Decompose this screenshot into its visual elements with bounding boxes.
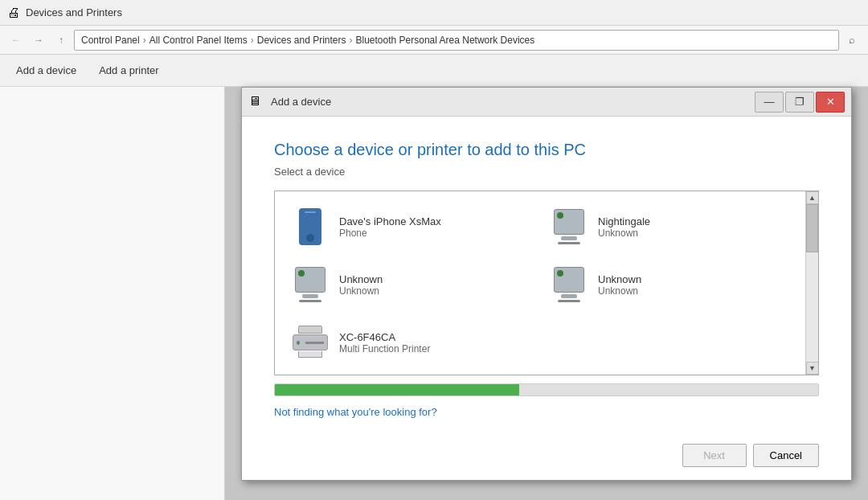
computer-icon-nightingale (553, 209, 585, 244)
device-type-unknown1: Unknown (339, 285, 530, 297)
cancel-button[interactable]: Cancel (753, 444, 819, 467)
device-name-iphone: Dave's iPhone XsMax (339, 215, 530, 227)
title-bar: 🖨 Devices and Printers (0, 0, 868, 26)
modal-minimize-button[interactable]: — (755, 92, 784, 113)
modal-title-left: 🖥 Add a device (248, 94, 331, 110)
breadcrumb: Control Panel › All Control Panel Items … (81, 35, 534, 46)
device-item-unknown2[interactable]: Unknown Unknown (540, 256, 799, 314)
next-button[interactable]: Next (682, 444, 747, 467)
device-icon-unknown1 (291, 264, 330, 305)
modal-subtext: Select a device (274, 166, 819, 178)
phone-icon (299, 208, 321, 245)
up-button[interactable]: ↑ (51, 31, 71, 50)
computer-icon-unknown2 (553, 267, 585, 302)
device-type-nightingale: Unknown (598, 227, 789, 239)
main-area: 🖥 Add a device — ❐ ✕ Choose a device or … (0, 87, 868, 500)
scrollbar-thumb[interactable] (806, 204, 818, 252)
device-name-unknown1: Unknown (339, 273, 530, 285)
bc-bluetooth: Bluetooth Personal Area Network Devices (356, 35, 535, 46)
device-item-nightingale[interactable]: Nightingale Unknown (540, 198, 799, 256)
back-button[interactable]: ← (6, 31, 26, 50)
modal-body: Choose a device or printer to add to thi… (242, 117, 851, 434)
modal-title-text: Add a device (271, 96, 331, 108)
computer-icon-unknown1 (294, 267, 326, 302)
modal-restore-button[interactable]: ❐ (785, 92, 814, 113)
add-printer-button[interactable]: Add a printer (89, 59, 168, 83)
device-type-printer: Multi Function Printer (339, 343, 530, 355)
device-item-printer[interactable]: XC-6F46CA Multi Function Printer (281, 314, 540, 371)
modal-footer: Next Cancel (242, 434, 851, 480)
modal-controls: — ❐ ✕ (755, 92, 845, 113)
device-item-iphone[interactable]: Dave's iPhone XsMax Phone (281, 198, 540, 256)
device-list-content: Dave's iPhone XsMax Phone (275, 191, 805, 375)
bc-devices-printers: Devices and Printers (257, 35, 346, 46)
modal-heading: Choose a device or printer to add to thi… (274, 141, 819, 159)
device-icon-phone (291, 206, 330, 248)
device-name-printer: XC-6F46CA (339, 331, 530, 343)
progress-bar-fill (275, 384, 519, 395)
forward-button[interactable]: → (29, 31, 48, 50)
modal-title-icon: 🖥 (248, 94, 264, 110)
add-device-dialog: 🖥 Add a device — ❐ ✕ Choose a device or … (241, 87, 852, 481)
modal-titlebar: 🖥 Add a device — ❐ ✕ (242, 88, 851, 117)
scrollbar-up-arrow[interactable]: ▲ (806, 191, 819, 204)
device-info-nightingale: Nightingale Unknown (598, 215, 789, 239)
scrollbar-track[interactable] (806, 204, 818, 362)
printer-icon (293, 326, 328, 359)
device-icon-unknown2 (550, 264, 588, 305)
dialog-area: 🖥 Add a device — ❐ ✕ Choose a device or … (225, 87, 868, 500)
device-info-printer: XC-6F46CA Multi Function Printer (339, 331, 530, 355)
modal-close-button[interactable]: ✕ (816, 92, 845, 113)
device-name-nightingale: Nightingale (598, 215, 789, 227)
refresh-button[interactable]: ⌕ (842, 31, 862, 50)
device-item-unknown1[interactable]: Unknown Unknown (281, 256, 540, 314)
not-finding-link[interactable]: Not finding what you're looking for? (274, 406, 819, 418)
scrollbar-down-arrow[interactable]: ▼ (806, 362, 819, 375)
add-device-button[interactable]: Add a device (6, 59, 86, 83)
window-title: Devices and Printers (26, 6, 122, 18)
device-type-unknown2: Unknown (598, 285, 789, 297)
device-list: Dave's iPhone XsMax Phone (274, 191, 819, 375)
device-list-scrollbar[interactable]: ▲ ▼ (805, 191, 818, 375)
device-type-iphone: Phone (339, 227, 530, 239)
bc-all-items: All Control Panel Items (149, 35, 248, 46)
window-icon: 🖨 (6, 6, 21, 20)
device-icon-printer (291, 322, 330, 363)
device-info-iphone: Dave's iPhone XsMax Phone (339, 215, 530, 239)
bc-control-panel: Control Panel (81, 35, 140, 46)
device-info-unknown1: Unknown Unknown (339, 273, 530, 297)
address-path[interactable]: Control Panel › All Control Panel Items … (74, 30, 839, 51)
device-info-unknown2: Unknown Unknown (598, 273, 789, 297)
progress-bar-container (274, 383, 819, 396)
address-bar: ← → ↑ Control Panel › All Control Panel … (0, 26, 868, 55)
left-panel (0, 87, 225, 500)
toolbar: Add a device Add a printer (0, 55, 868, 87)
device-name-unknown2: Unknown (598, 273, 789, 285)
device-icon-nightingale (550, 206, 588, 248)
